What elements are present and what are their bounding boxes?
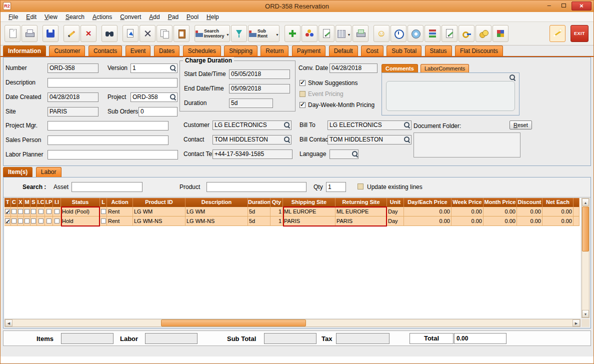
col-product-id[interactable]: Product ID [133,198,186,207]
row-checkbox-ii[interactable] [54,209,60,214]
cell-status[interactable]: Hold (Pool) [61,207,100,216]
table-row[interactable]: Hold Rent LG WM-NS LG WM-NS 5d 1 PARIS P… [4,216,580,226]
col-unit[interactable]: Unit [387,198,404,207]
cell-day-each-price[interactable]: 0.00 [404,207,452,216]
site-field[interactable]: PARIS [48,107,98,116]
sub-rent-button[interactable]: Sub Rent [248,25,280,42]
exit-button[interactable]: EXIT [570,25,588,42]
row-checkbox-x[interactable] [18,218,23,224]
tab-payment[interactable]: Payment [292,46,326,56]
col-ii[interactable]: I.I [53,198,61,207]
row-checkbox-m[interactable] [24,209,30,214]
tab-default[interactable]: Default [329,46,358,56]
scroll-right-arrow[interactable]: ▶ [572,320,580,326]
contact-tel-field[interactable]: +44-17-5349-1585 [212,150,292,159]
tab-contacts[interactable]: Contacts [88,46,122,56]
tab-shipping[interactable]: Shipping [224,46,258,56]
qty-input[interactable] [326,182,346,192]
tab-comments[interactable]: Comments [382,64,418,72]
save-button[interactable] [42,25,58,42]
horizontal-scrollbar[interactable]: ◀ ▶ [4,319,580,327]
clock-button[interactable] [390,25,406,42]
cell-returning-site[interactable]: PARIS [336,216,387,226]
cell-description[interactable]: LG WM-NS [186,216,248,226]
row-checkbox-c[interactable] [12,218,16,224]
menu-view[interactable]: View [40,12,62,22]
table-row[interactable]: Hold (Pool) Rent LG WM LG WM 5d 1 ML EUR… [4,207,580,216]
copy-button[interactable] [156,25,172,42]
col-action[interactable]: Action [107,198,133,207]
col-ic[interactable]: I.C [37,198,45,207]
cell-unit[interactable]: Day [387,207,404,216]
tab-labor[interactable]: Labor [36,167,62,177]
col-returning-site[interactable]: Returning Site [336,198,387,207]
groups-button[interactable] [302,25,318,42]
notes-button[interactable] [442,25,458,42]
row-checkbox-m[interactable] [24,218,30,224]
menu-edit[interactable]: Edit [22,12,40,22]
edit-note-button[interactable] [318,25,334,42]
show-suggestions-checkbox[interactable] [300,80,306,86]
col-s[interactable]: S [30,198,37,207]
edit-button[interactable] [64,25,80,42]
scroll-down-arrow[interactable]: ▼ [582,310,589,318]
vertical-scrollbar[interactable]: ▲ ▼ [582,198,590,318]
tab-customer[interactable]: Customer [49,46,85,56]
row-checkbox-ip[interactable] [46,209,52,214]
minimize-button[interactable]: – [542,2,556,10]
cell-duration[interactable]: 5d [248,216,270,226]
add-button[interactable] [284,25,300,42]
cell-product-id[interactable]: LG WM [133,207,186,216]
tab-flat-discounts[interactable]: Flat Discounts [455,46,503,56]
bill-contact-magnifier-icon[interactable] [404,136,410,143]
start-date-field[interactable]: 05/05/2018 [229,70,290,79]
menu-help[interactable]: Help [202,12,223,22]
cell-net-each[interactable]: 0.00 [542,207,574,216]
col-m[interactable]: M [24,198,30,207]
col-duration[interactable]: Duration [248,198,270,207]
row-checkbox-ip[interactable] [46,218,52,224]
convert-document-button[interactable] [122,25,138,42]
row-checkbox-l[interactable] [101,218,106,224]
row-checkbox-s[interactable] [31,218,36,224]
wand-button[interactable] [550,25,566,42]
bill-contact-field[interactable]: TOM HIDDLESTON [328,135,412,144]
col-t[interactable]: T [4,198,11,207]
cd-button[interactable] [408,25,424,42]
menu-add[interactable]: Add [145,12,164,22]
tab-schedules[interactable]: Schedules [183,46,221,56]
tab-labor-comments[interactable]: LaborComments [420,64,469,72]
tab-sub-total[interactable]: Sub Total [386,46,422,56]
version-search-magnifier-icon[interactable] [170,64,176,72]
row-checkbox-ii[interactable] [54,218,60,224]
col-ip[interactable]: I.P [45,198,53,207]
cell-shipping-site[interactable]: PARIS [283,216,336,226]
row-checkbox-ic[interactable] [38,209,44,214]
asset-input[interactable] [72,182,142,192]
col-qty[interactable]: Qty [270,198,283,207]
cell-month-price[interactable]: 0.00 [484,216,517,226]
key-refresh-button[interactable] [458,25,474,42]
customer-field[interactable]: LG ELECTRONICS [212,120,292,130]
cell-product-id[interactable]: LG WM-NS [133,216,186,226]
bill-to-magnifier-icon[interactable] [404,122,410,128]
cell-duration[interactable]: 5d [248,207,270,216]
row-checkbox-t[interactable] [5,218,10,224]
grid-menu-button[interactable] [336,25,352,42]
row-checkbox-ic[interactable] [38,218,44,224]
row-checkbox-x[interactable] [18,209,23,214]
cell-qty[interactable]: 1 [270,216,283,226]
update-existing-lines-checkbox[interactable] [358,184,364,190]
col-l[interactable]: L [100,198,107,207]
cut-button[interactable] [140,25,156,42]
end-date-field[interactable]: 05/09/2018 [229,84,290,94]
cell-qty[interactable]: 1 [270,207,283,216]
pour-button[interactable] [231,25,247,42]
day-week-month-checkbox[interactable] [300,102,306,108]
col-status[interactable]: Status [61,198,100,207]
puzzle-button[interactable] [492,25,508,42]
menu-convert[interactable]: Convert [116,12,145,22]
scroll-up-arrow[interactable]: ▲ [582,198,589,206]
comments-textarea[interactable] [386,81,515,111]
scroll-left-arrow[interactable]: ◀ [5,320,12,326]
